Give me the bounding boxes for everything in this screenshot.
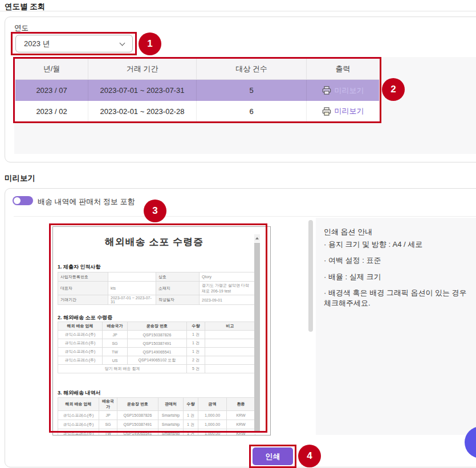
toggle-knob (14, 197, 21, 204)
print-option-item: · 용지 크기 및 방향 : A4 / 세로 (324, 239, 422, 250)
annotation-box-4 (249, 445, 296, 468)
annotation-number-4: 4 (298, 445, 321, 467)
annotation-number-2: 2 (382, 78, 405, 101)
annotation-box-3 (49, 223, 267, 433)
print-option-item: · 여백 설정 : 표준 (324, 255, 381, 266)
print-options-panel (316, 218, 476, 435)
toggle-label: 배송 내역에 판매처 정보 포함 (38, 197, 135, 207)
seller-info-toggle[interactable] (13, 196, 33, 205)
annotation-box-2 (13, 57, 381, 123)
annotation-box-1 (11, 32, 137, 55)
annotation-number-3: 3 (144, 200, 166, 222)
section-title-preview: 미리보기 (5, 173, 35, 184)
preview-pane-scrollbar[interactable] (308, 220, 313, 332)
divider (14, 216, 476, 217)
divider (0, 11, 476, 11)
print-options-title: 인쇄 옵션 안내 (324, 227, 372, 237)
print-option-item: · 배경색 혹은 배경 그래픽 옵션이 있는 경우 체크해주세요. (324, 288, 476, 308)
print-option-item: · 배율 : 실제 크기 (324, 272, 381, 282)
page: 연도별 조회 연도 2023 년 년/월 거래 기간 대상 건수 출력 2023… (0, 0, 476, 468)
annotation-number-1: 1 (139, 32, 161, 55)
